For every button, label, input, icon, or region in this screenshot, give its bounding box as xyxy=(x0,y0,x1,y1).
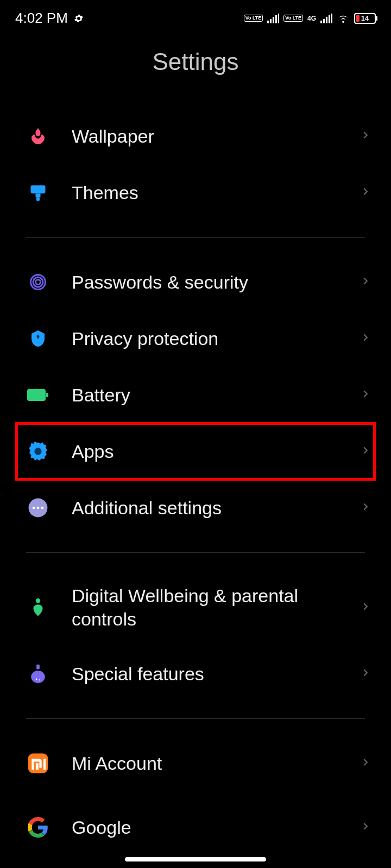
svg-rect-0 xyxy=(267,21,269,23)
battery-icon xyxy=(26,383,50,407)
volte-icon-1: Vo LTE xyxy=(244,15,263,22)
chevron-right-icon xyxy=(360,331,371,346)
mi-logo-icon xyxy=(26,751,50,775)
status-bar: 4:02 PM Vo LTE Vo LTE 4G 14 xyxy=(0,0,391,32)
signal-icon-2 xyxy=(320,14,332,23)
settings-item-additional[interactable]: Additional settings xyxy=(0,480,391,536)
divider xyxy=(26,552,365,553)
settings-item-wellbeing[interactable]: Digital Wellbeing & parental controls xyxy=(0,569,391,646)
settings-item-google[interactable]: Google xyxy=(0,792,391,848)
svg-point-13 xyxy=(36,280,41,285)
chevron-right-icon xyxy=(360,275,371,289)
svg-point-26 xyxy=(36,679,37,680)
chevron-right-icon xyxy=(360,388,371,402)
battery-status-icon: 14 xyxy=(354,13,376,24)
flask-icon xyxy=(26,662,50,686)
svg-rect-4 xyxy=(278,14,279,23)
divider xyxy=(26,718,365,719)
settings-item-special[interactable]: Special features xyxy=(0,646,391,702)
network-4g-label: 4G xyxy=(307,15,316,22)
svg-rect-17 xyxy=(46,393,48,397)
chevron-right-icon xyxy=(360,820,371,834)
settings-item-label: Battery xyxy=(72,384,360,407)
svg-point-25 xyxy=(31,671,45,683)
svg-point-23 xyxy=(36,598,41,603)
svg-point-27 xyxy=(39,679,40,680)
settings-status-icon xyxy=(73,13,84,24)
svg-point-14 xyxy=(33,277,43,287)
settings-item-label: Mi Account xyxy=(72,752,360,775)
settings-item-privacy[interactable]: Privacy protection xyxy=(0,310,391,367)
settings-item-apps[interactable]: Apps xyxy=(0,423,391,480)
chevron-right-icon xyxy=(360,756,371,770)
settings-item-label: Themes xyxy=(72,181,360,205)
svg-rect-7 xyxy=(326,17,327,23)
chevron-right-icon xyxy=(360,667,371,681)
chevron-right-icon xyxy=(360,129,371,143)
page-header: Settings xyxy=(0,32,391,108)
svg-rect-9 xyxy=(331,14,332,23)
settings-list: Wallpaper Themes Passwords & security Pr… xyxy=(0,108,391,848)
tulip-icon xyxy=(26,124,50,148)
chevron-right-icon xyxy=(360,501,371,515)
svg-rect-12 xyxy=(36,197,40,201)
settings-item-label: Special features xyxy=(72,662,360,686)
fingerprint-icon xyxy=(26,270,50,294)
svg-point-21 xyxy=(37,507,40,509)
svg-rect-3 xyxy=(275,15,277,23)
settings-item-passwords[interactable]: Passwords & security xyxy=(0,254,391,310)
chevron-right-icon xyxy=(360,186,371,200)
svg-point-18 xyxy=(34,448,41,455)
settings-item-label: Passwords & security xyxy=(72,271,360,294)
wifi-icon xyxy=(337,13,350,24)
settings-item-battery[interactable]: Battery xyxy=(0,367,391,423)
shield-icon xyxy=(26,327,50,350)
settings-item-miaccount[interactable]: Mi Account xyxy=(0,735,391,792)
chevron-right-icon xyxy=(360,601,371,615)
svg-rect-11 xyxy=(36,194,41,198)
status-time: 4:02 PM xyxy=(15,10,68,27)
more-icon xyxy=(26,496,50,520)
svg-rect-24 xyxy=(36,665,40,669)
svg-rect-8 xyxy=(329,15,330,23)
settings-item-label: Additional settings xyxy=(72,496,360,520)
chevron-right-icon xyxy=(360,444,371,458)
svg-rect-1 xyxy=(270,19,272,23)
svg-rect-2 xyxy=(273,17,274,23)
settings-item-wallpaper[interactable]: Wallpaper xyxy=(0,108,391,164)
google-logo-icon xyxy=(26,815,50,839)
svg-rect-10 xyxy=(31,186,46,194)
settings-item-label: Wallpaper xyxy=(72,125,360,148)
settings-item-label: Google xyxy=(72,816,360,839)
paintbrush-icon xyxy=(26,181,50,205)
page-title: Settings xyxy=(0,48,391,75)
svg-rect-6 xyxy=(323,19,325,23)
settings-item-label: Privacy protection xyxy=(72,327,360,350)
signal-icon-1 xyxy=(267,14,279,23)
svg-point-22 xyxy=(41,507,44,509)
svg-rect-16 xyxy=(27,389,46,401)
gear-icon xyxy=(26,439,50,463)
settings-item-label: Apps xyxy=(72,440,360,463)
settings-item-label: Digital Wellbeing & parental controls xyxy=(72,584,360,630)
person-heart-icon xyxy=(26,596,50,620)
battery-level-text: 14 xyxy=(361,14,369,22)
svg-point-20 xyxy=(33,507,35,509)
volte-icon-2: Vo LTE xyxy=(283,15,303,22)
settings-item-themes[interactable]: Themes xyxy=(0,164,391,221)
home-indicator[interactable] xyxy=(125,857,266,861)
svg-rect-5 xyxy=(320,21,322,23)
divider xyxy=(26,237,365,238)
